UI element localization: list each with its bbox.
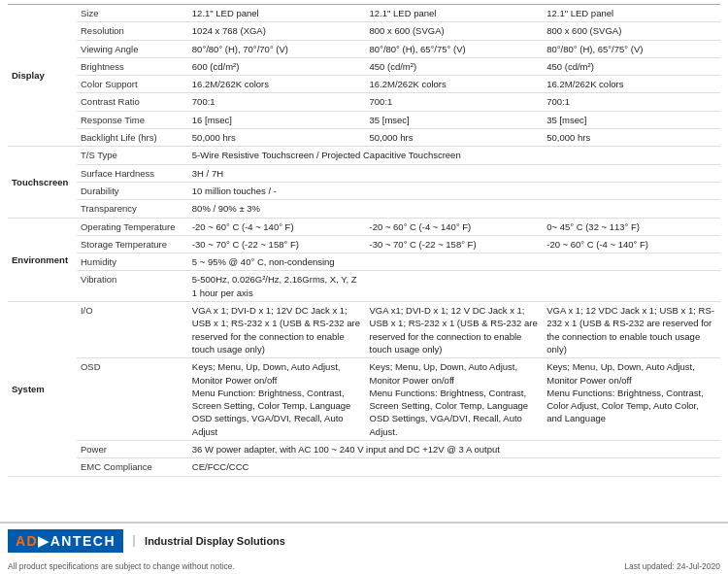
spec-value: VGA x1; DVI-D x 1; 12 V DC Jack x 1; USB… [366,302,544,358]
spec-value: 80°/80° (H), 65°/75° (V) [366,40,544,57]
table-row: Vibration5-500Hz, 0.026G²/Hz, 2.16Grms, … [8,271,720,302]
table-row: Backlight Life (hrs)50,000 hrs50,000 hrs… [8,129,720,147]
spec-value: 80°/80° (H), 70°/70° (V) [188,40,366,57]
spec-label: Surface Hardness [77,164,188,182]
table-row: Durability10 million touches / - [8,182,720,199]
spec-value: VGA x 1; 12 VDC Jack x 1; USB x 1; RS-23… [543,302,720,358]
spec-value: 700:1 [188,93,366,111]
disclaimer-text: All product specifications are subject t… [8,561,235,571]
table-row: OSDKeys; Menu, Up, Down, Auto Adjust, Mo… [8,358,720,441]
spec-label: Humidity [77,253,188,271]
table-row: Surface Hardness3H / 7H [8,164,720,182]
spec-label: Transparency [77,200,188,218]
footer-bottom: All product specifications are subject t… [0,558,728,574]
spec-value: 80% / 90% ± 3% [188,200,720,218]
spec-value: 16 [msec] [188,111,366,128]
spec-value: -30 ~ 70° C (-22 ~ 158° F) [188,235,366,253]
table-row: Transparency80% / 90% ± 3% [8,200,720,218]
spec-value: 700:1 [543,93,720,111]
spec-label: EMC Compliance [77,458,188,476]
spec-label: Power [77,441,188,458]
category-cell-environment: Environment [8,218,77,301]
table-row: SystemI/OVGA x 1; DVI-D x 1; 12V DC Jack… [8,302,720,358]
spec-label: Response Time [77,111,188,128]
spec-value: 5-500Hz, 0.026G²/Hz, 2.16Grms, X, Y, Z 1… [188,271,720,302]
spec-value: Keys; Menu, Up, Down, Auto Adjust, Monit… [188,358,366,441]
spec-value: Keys; Menu, Up, Down, Auto Adjust, Monit… [366,358,544,441]
table-row: EnvironmentOperating Temperature-20 ~ 60… [8,218,720,235]
category-cell-display: Display [8,5,77,147]
spec-label: Resolution [77,22,188,40]
spec-label: Backlight Life (hrs) [77,129,188,147]
spec-value: 16.2M/262K colors [188,76,366,93]
spec-value: 36 W power adapter, with AC 100 ~ 240 V … [188,441,720,458]
spec-value: 35 [msec] [366,111,544,128]
table-row: Power36 W power adapter, with AC 100 ~ 2… [8,441,720,458]
spec-table-section: DisplaySize12.1" LED panel12.1" LED pane… [0,0,728,522]
spec-label: Contrast Ratio [77,93,188,111]
spec-value: 5 ~ 95% @ 40° C, non-condensing [188,253,720,271]
spec-label: Durability [77,182,188,199]
spec-value: 1024 x 768 (XGA) [188,22,366,40]
table-row: Brightness600 (cd/m²)450 (cd/m²)450 (cd/… [8,57,720,75]
table-row: Contrast Ratio700:1700:1700:1 [8,93,720,111]
spec-value: 50,000 hrs [543,129,720,147]
spec-value: CE/FCC/CCC [188,458,720,476]
main-container: DisplaySize12.1" LED panel12.1" LED pane… [0,0,728,574]
spec-value: 700:1 [366,93,544,111]
table-row: Storage Temperature-30 ~ 70° C (-22 ~ 15… [8,235,720,253]
spec-value: -20 ~ 60° C (-4 ~ 140° F) [188,218,366,235]
advantech-logo: AD▶ANTECH [8,529,123,553]
spec-value: 35 [msec] [543,111,720,128]
table-row: DisplaySize12.1" LED panel12.1" LED pane… [8,5,720,22]
spec-label: I/O [77,302,188,358]
spec-value: 12.1" LED panel [543,5,720,22]
spec-value: 800 x 600 (SVGA) [366,22,544,40]
spec-value: 12.1" LED panel [366,5,544,22]
spec-value: 3H / 7H [188,164,720,182]
spec-value: 50,000 hrs [366,129,544,147]
spec-value: 16.2M/262K colors [366,76,544,93]
spec-label: Vibration [77,271,188,302]
spec-value: VGA x 1; DVI-D x 1; 12V DC Jack x 1; USB… [188,302,366,358]
table-row: Humidity5 ~ 95% @ 40° C, non-condensing [8,253,720,271]
table-row: Response Time16 [msec]35 [msec]35 [msec] [8,111,720,128]
spec-value: 16.2M/262K colors [543,76,720,93]
table-row: TouchscreenT/S Type5-Wire Resistive Touc… [8,147,720,164]
spec-label: T/S Type [77,147,188,164]
footer-left: AD▶ANTECH Industrial Display Solutions [8,529,285,553]
spec-value: 10 million touches / - [188,182,720,199]
spec-value: 450 (cd/m²) [543,57,720,75]
spec-label: OSD [77,358,188,441]
footer: AD▶ANTECH Industrial Display Solutions [0,522,728,558]
last-updated-text: Last updated: 24-Jul-2020 [624,561,720,571]
spec-value: Keys; Menu, Up, Down, Auto Adjust, Monit… [543,358,720,441]
spec-value: 12.1" LED panel [188,5,366,22]
category-cell-system: System [8,302,77,477]
logo-text: AD▶ANTECH [16,533,116,549]
table-row: Color Support16.2M/262K colors16.2M/262K… [8,76,720,93]
spec-value: 80°/80° (H), 65°/75° (V) [543,40,720,57]
spec-label: Operating Temperature [77,218,188,235]
spec-value: 600 (cd/m²) [188,57,366,75]
spec-value: 450 (cd/m²) [366,57,544,75]
spec-label: Color Support [77,76,188,93]
table-row: Resolution1024 x 768 (XGA)800 x 600 (SVG… [8,22,720,40]
spec-label: Viewing Angle [77,40,188,57]
spec-table: DisplaySize12.1" LED panel12.1" LED pane… [8,4,720,477]
spec-value: 50,000 hrs [188,129,366,147]
spec-value: -30 ~ 70° C (-22 ~ 158° F) [366,235,544,253]
spec-value: -20 ~ 60° C (-4 ~ 140° F) [543,235,720,253]
table-row: EMC ComplianceCE/FCC/CCC [8,458,720,476]
spec-label: Storage Temperature [77,235,188,253]
category-cell-touchscreen: Touchscreen [8,147,77,218]
spec-label: Size [77,5,188,22]
spec-value: 5-Wire Resistive Touchscreen / Projected… [188,147,720,164]
spec-label: Brightness [77,57,188,75]
table-row: Viewing Angle80°/80° (H), 70°/70° (V)80°… [8,40,720,57]
spec-value: -20 ~ 60° C (-4 ~ 140° F) [366,218,544,235]
spec-value: 0~ 45° C (32 ~ 113° F) [543,218,720,235]
spec-value: 800 x 600 (SVGA) [543,22,720,40]
footer-title: Industrial Display Solutions [133,535,285,547]
